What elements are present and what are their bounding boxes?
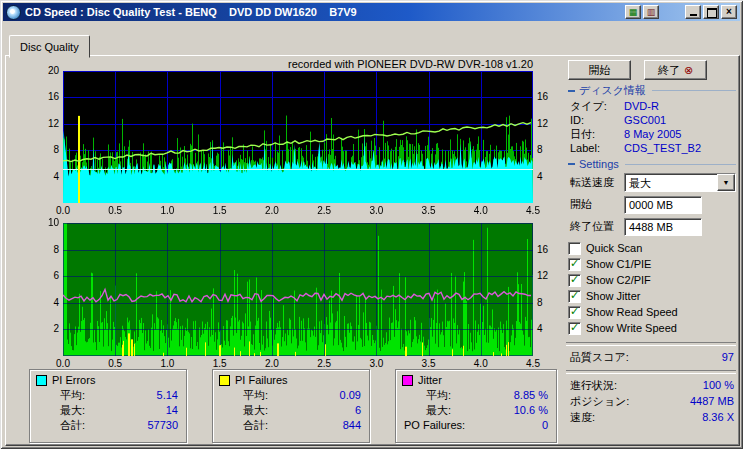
divider [566, 370, 736, 374]
axis-tick-label: 1.5 [205, 205, 235, 216]
axis-tick-label: 8 [537, 144, 561, 155]
checkbox-label: Show C1/PIE [586, 258, 651, 270]
checkbox-box: ✓ [568, 258, 581, 271]
start-button[interactable]: 開始 [568, 60, 631, 80]
app-window: CD Speed : Disc Quality Test - BENQ DVD … [0, 0, 743, 449]
axis-tick-label: 3.5 [414, 205, 444, 216]
section-rule [625, 164, 736, 165]
pi-failures-max-label: 最大: [243, 403, 268, 417]
checkbox-show-write-speed[interactable]: ✓Show Write Speed [568, 320, 738, 336]
checkbox-quick-scan[interactable]: Quick Scan [568, 240, 738, 256]
checkbox-box: ✓ [568, 274, 581, 287]
axis-tick-label: 4 [537, 323, 561, 334]
tab-page: recorded with PIONEER DVD-RW DVR-108 v1.… [5, 55, 740, 446]
axis-tick-label: 12 [537, 118, 561, 129]
copy-chart-button[interactable]: ▦ [625, 5, 641, 19]
start-position-value: 0000 MB [629, 199, 673, 211]
maximize-button[interactable] [703, 5, 719, 19]
axis-tick-label: 12 [537, 270, 561, 281]
start-position-label: 開始 [570, 197, 624, 212]
disc-date-label: 日付: [570, 128, 624, 141]
dropdown-button[interactable]: ▼ [717, 174, 735, 191]
app-icon [6, 5, 21, 20]
exit-button-label: 終了 [658, 63, 680, 78]
pi-errors-max-value: 14 [166, 403, 178, 417]
pi-failures-total-label: 合計: [243, 418, 268, 432]
axis-tick-label: 8 [27, 144, 59, 155]
maximize-icon [707, 8, 717, 18]
axis-tick-label: 2.0 [257, 358, 287, 369]
titlebar[interactable]: CD Speed : Disc Quality Test - BENQ DVD … [3, 3, 740, 21]
jitter-max-label: 最大: [426, 403, 451, 417]
jitter-max-value: 10.6 % [514, 403, 548, 417]
check-icon: ✓ [570, 258, 579, 269]
control-panel: 開始 終了⊗ ディスク情報 タイプ:DVD-R ID:GSC001 日付:8 M… [562, 58, 738, 424]
pi-failures-max-value: 6 [355, 403, 361, 417]
pi-errors-avg-label: 平均: [60, 388, 85, 402]
close-button[interactable]: × [721, 5, 737, 19]
axis-tick-label: 4.0 [466, 205, 496, 216]
jitter-legend-title: Jitter [418, 374, 442, 386]
checkbox-show-read-speed[interactable]: ✓Show Read Speed [568, 304, 738, 320]
disc-id-value: GSC001 [624, 114, 666, 127]
axis-tick-label: 4.0 [466, 358, 496, 369]
axis-tick-label: 1.0 [152, 358, 182, 369]
checkbox-box: ✓ [568, 322, 581, 335]
checkbox-box [568, 242, 581, 255]
pi-errors-total-label: 合計: [60, 418, 85, 432]
exit-button[interactable]: 終了⊗ [644, 60, 707, 80]
checkbox-box: ✓ [568, 290, 581, 303]
pi-failures-swatch [219, 375, 230, 386]
axis-tick-label: 4.5 [518, 358, 548, 369]
position-label: ポジション: [570, 394, 629, 408]
axis-tick-label: 1.5 [205, 358, 235, 369]
speed-label: 速度: [570, 410, 595, 424]
axis-tick-label: 4 [27, 171, 59, 182]
minimize-button[interactable] [685, 5, 701, 19]
axis-tick-label: 0.5 [100, 205, 130, 216]
recorded-with-note: recorded with PIONEER DVD-RW DVR-108 v1.… [201, 58, 533, 70]
axis-tick-label: 8 [27, 244, 59, 255]
transfer-speed-select[interactable]: 最大 ▼ [624, 173, 736, 192]
jitter-swatch [402, 375, 413, 386]
window-title: CD Speed : Disc Quality Test - BENQ DVD … [25, 6, 625, 18]
quality-score-value: 97 [722, 350, 734, 364]
axis-tick-label: 0.0 [48, 205, 78, 216]
save-chart-button[interactable]: ▥ [643, 5, 659, 19]
pi-failures-legend: PI Failures 平均:0.09 最大:6 合計:844 [212, 369, 370, 443]
pi-failures-avg-label: 平均: [243, 388, 268, 402]
disc-info-header-label: ディスク情報 [579, 83, 646, 98]
transfer-speed-label: 転送速度 [570, 175, 624, 190]
checkbox-show-c2-pif[interactable]: ✓Show C2/PIF [568, 272, 738, 288]
jitter-avg-label: 平均: [426, 388, 451, 402]
section-dash-icon [568, 163, 575, 165]
section-rule [652, 90, 736, 91]
disc-id-label: ID: [570, 114, 624, 127]
position-value: 4487 MB [690, 394, 734, 408]
disc-type-value: DVD-R [624, 100, 659, 113]
copy-icon: ▦ [626, 8, 640, 17]
tab-label: Disc Quality [20, 41, 79, 53]
pi-errors-swatch [36, 375, 47, 386]
po-failures-value: 0 [542, 418, 548, 432]
axis-tick-label: 4.5 [518, 205, 548, 216]
axis-tick-label: 2.0 [257, 205, 287, 216]
checkbox-show-c1-pie[interactable]: ✓Show C1/PIE [568, 256, 738, 272]
end-position-field[interactable]: 4488 MB [624, 218, 702, 236]
check-icon: ✓ [570, 290, 579, 301]
start-position-field[interactable]: 0000 MB [624, 196, 702, 214]
checkbox-label: Show Read Speed [586, 306, 678, 318]
disc-type-label: タイプ: [570, 100, 624, 113]
progress-label: 進行状況: [570, 378, 617, 392]
checkbox-show-jitter[interactable]: ✓Show Jitter [568, 288, 738, 304]
checkbox-box: ✓ [568, 306, 581, 319]
axis-tick-label: 4 [27, 297, 59, 308]
pi-failures-avg-value: 0.09 [340, 388, 361, 402]
pi-errors-total-value: 57730 [147, 418, 178, 432]
pi-errors-max-label: 最大: [60, 403, 85, 417]
axis-tick-label: 16 [537, 244, 561, 255]
checkbox-label: Show C2/PIF [586, 274, 651, 286]
axis-tick-label: 20 [27, 65, 59, 76]
axis-tick-label: 3.5 [414, 358, 444, 369]
tab-disc-quality[interactable]: Disc Quality [9, 35, 90, 58]
